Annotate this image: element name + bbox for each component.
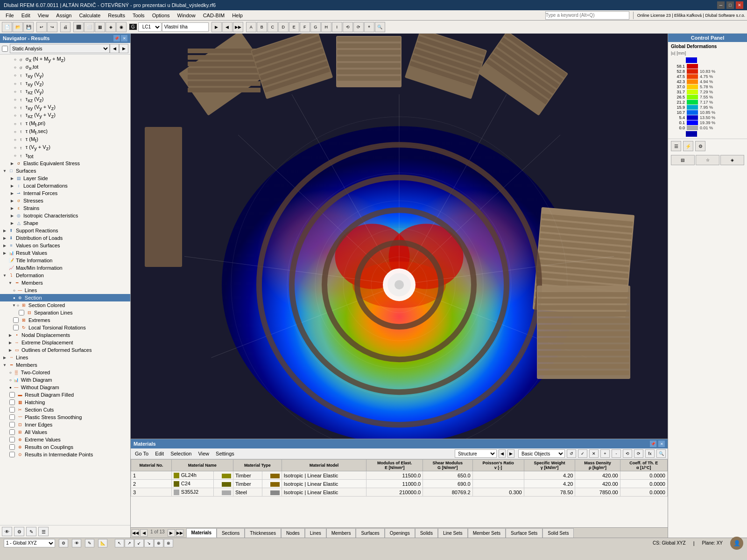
bottom-panel-pin[interactable]: 📌 <box>650 441 656 447</box>
tb-e[interactable]: E <box>289 22 299 32</box>
nav-strains[interactable]: ▶ ε Strains <box>0 204 130 212</box>
nav-sigma-tot[interactable]: ○ σ σx,tot <box>0 63 130 71</box>
nav-support-reactions[interactable]: ▶ ⬆ Support Reactions <box>0 227 130 234</box>
separation-lines-check[interactable] <box>19 310 24 315</box>
nav-maxmin[interactable]: 📈 Max/Min Information <box>0 264 130 272</box>
nav-section-colored[interactable]: ▼ ○ ⊞ Section Colored <box>0 301 130 309</box>
tb-j[interactable]: ⟲ <box>343 22 353 32</box>
tab-surfaces[interactable]: Surfaces <box>356 528 384 538</box>
nav-icon-3[interactable]: ✎ <box>26 527 36 536</box>
nav-txy-vyvz[interactable]: ○ τ τxy (Vy + Vz) <box>0 104 130 112</box>
viewport[interactable] <box>131 34 668 439</box>
plastic-smooth-check[interactable] <box>9 414 15 420</box>
tab-solids[interactable]: Solids <box>415 528 438 538</box>
nav-all-values[interactable]: ⊞ All Values <box>0 428 130 436</box>
status-btn1[interactable]: ⚙ <box>59 539 68 547</box>
nav-members[interactable]: ▼ ━ Members <box>0 279 130 287</box>
nav-result-values[interactable]: ▶ 📊 Result Values <box>0 249 130 257</box>
legend-mode-1[interactable]: ▤ <box>671 155 695 165</box>
nav-lines-item[interactable]: ○ — Lines <box>0 287 130 294</box>
tb-fwd[interactable]: ▶▶ <box>233 22 243 32</box>
menu-assign[interactable]: Assign <box>52 12 75 19</box>
nav-icon-4[interactable]: ☰ <box>38 527 49 536</box>
save-btn[interactable]: 💾 <box>23 22 34 32</box>
section-cuts-check[interactable] <box>9 407 15 413</box>
mat-row-3[interactable]: 3 S355J2 Steel Isotropic | Linear Elasti… <box>131 488 668 497</box>
print-btn[interactable]: 🖨 <box>60 22 70 32</box>
nav-results-couplings[interactable]: ⊗ Results on Couplings <box>0 443 130 451</box>
st5[interactable]: ⊕ <box>154 539 163 547</box>
bt-view[interactable]: View <box>196 450 211 457</box>
nav-checkbox[interactable] <box>2 46 8 52</box>
mat-row-1[interactable]: 1 GL24h Timber Isotropic | Linear Elasti… <box>131 471 668 480</box>
nav-inner-edges[interactable]: ⊡ Inner Edges <box>0 421 130 428</box>
bottom-panel-close[interactable]: ✕ <box>658 441 665 447</box>
nav-dropdown[interactable]: Static Analysis <box>10 44 110 53</box>
tab-lines[interactable]: Lines <box>305 528 326 538</box>
legend-filter-btn[interactable]: ⚡ <box>683 141 693 151</box>
nav-values-surfaces[interactable]: ▶ ≡ Values on Surfaces <box>0 242 130 249</box>
nav-extremes[interactable]: ⊠ Extremes <box>0 316 130 324</box>
open-btn[interactable]: 📂 <box>13 22 23 32</box>
nav-elastic-eq[interactable]: ▶ σ Elastic Equivalent Stress <box>0 160 130 167</box>
tab-openings[interactable]: Openings <box>385 528 415 538</box>
tb5[interactable]: ◉ <box>116 22 127 32</box>
nav-deformation[interactable]: ▼ ⤵ Deformation <box>0 272 130 279</box>
bt-t4[interactable]: + <box>600 449 610 458</box>
status-btn4[interactable]: 📐 <box>98 539 107 547</box>
menu-help[interactable]: Help <box>228 12 247 19</box>
tb-c[interactable]: C <box>268 22 278 32</box>
tb2[interactable]: ⬜ <box>84 22 94 32</box>
nav-pin-btn[interactable]: 📌 <box>113 35 120 42</box>
nav-t-mt[interactable]: ○ τ τ (Mt) <box>0 136 130 144</box>
status-btn3[interactable]: ✎ <box>85 539 94 547</box>
nav-close-btn[interactable]: ✕ <box>121 35 127 42</box>
tab-nodes[interactable]: Nodes <box>281 528 305 538</box>
nav-layer-side[interactable]: ▶ ▤ Layer Side <box>0 175 130 182</box>
mat-row-2[interactable]: 2 C24 Timber Isotropic | Linear Elastic … <box>131 480 668 488</box>
tab-materials[interactable]: Materials <box>186 528 217 538</box>
minimize-btn[interactable]: ─ <box>717 1 725 9</box>
tb-m[interactable]: 🔍 <box>375 22 385 32</box>
nav-outlines[interactable]: ▶ ▭ Outlines of Deformed Surfaces <box>0 346 130 354</box>
tb-play[interactable]: ▶ <box>211 22 222 32</box>
nav-icon-1[interactable]: 👁 <box>2 527 12 536</box>
nav-txy-vz[interactable]: ○ τ τxy (Vz) <box>0 80 130 88</box>
tb-h[interactable]: H <box>321 22 331 32</box>
status-btn2[interactable]: 👁 <box>72 539 81 547</box>
view-select[interactable]: 1 - Global XYZ <box>4 539 55 547</box>
bt-settings[interactable]: Settings <box>213 450 237 457</box>
search-input[interactable] <box>545 11 629 20</box>
tab-surface-sets[interactable]: Surface Sets <box>506 528 543 538</box>
bt-t9[interactable]: 🔍 <box>656 449 666 458</box>
menu-calculate[interactable]: Calculate <box>75 12 104 19</box>
nav-section[interactable]: ● ⊕ Section <box>0 294 130 301</box>
menu-cadbim[interactable]: CAD-BIM <box>199 12 228 19</box>
menu-options[interactable]: Options <box>148 12 174 19</box>
bt-combo1[interactable]: Structure <box>455 449 497 458</box>
tb-b[interactable]: B <box>257 22 267 32</box>
legend-mode-2[interactable]: ☆ <box>696 155 719 165</box>
bt-t1[interactable]: ↺ <box>567 449 576 458</box>
tb-a[interactable]: A <box>246 22 256 32</box>
bt-goto[interactable]: Go To <box>133 450 151 457</box>
nav-lines-grp[interactable]: ▶ ╌ Lines <box>0 354 130 361</box>
nav-separation-lines[interactable]: ⊟ Separation Lines <box>0 309 130 316</box>
menu-results[interactable]: Results <box>104 12 129 19</box>
nav-with-diagram[interactable]: ○ 📊 With Diagram <box>0 376 130 384</box>
all-values-check[interactable] <box>9 429 15 435</box>
extreme-values-check[interactable] <box>9 437 15 442</box>
nav-next-btn[interactable]: ▶ <box>119 44 128 53</box>
tb-back[interactable]: ◀ <box>222 22 233 32</box>
tab-thicknesses[interactable]: Thicknesses <box>245 528 281 538</box>
tb3[interactable]: ▦ <box>95 22 105 32</box>
tab-prev-one-btn[interactable]: ◀ <box>140 529 148 537</box>
nav-distrib-loads[interactable]: ▶ ⬇ Distribution of Loads <box>0 234 130 242</box>
bt-prev[interactable]: ◀ <box>499 449 506 458</box>
results-couplings-check[interactable] <box>9 444 15 450</box>
tab-next-btn[interactable]: ▶▶ <box>176 529 183 537</box>
nav-without-diagram[interactable]: ● — Without Diagram <box>0 384 130 391</box>
nav-prev-btn[interactable]: ◀ <box>110 44 119 53</box>
legend-settings-btn[interactable]: ⚙ <box>695 141 705 151</box>
tb-d[interactable]: D <box>278 22 289 32</box>
